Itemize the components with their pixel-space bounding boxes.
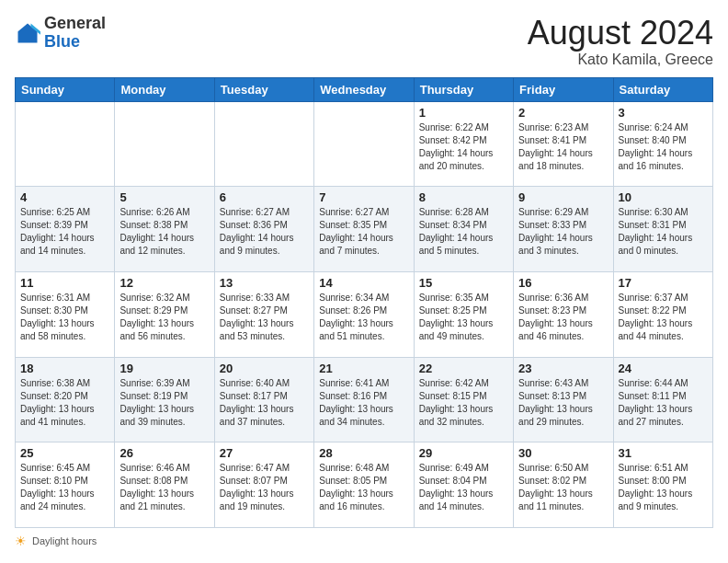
week-row-5: 25Sunrise: 6:45 AM Sunset: 8:10 PM Dayli… xyxy=(16,442,713,528)
day-info: Sunrise: 6:41 AM Sunset: 8:16 PM Dayligh… xyxy=(319,377,408,429)
day-info: Sunrise: 6:25 AM Sunset: 8:39 PM Dayligh… xyxy=(20,206,109,258)
week-row-1: 1Sunrise: 6:22 AM Sunset: 8:42 PM Daylig… xyxy=(16,101,713,187)
calendar-cell: 22Sunrise: 6:42 AM Sunset: 8:15 PM Dayli… xyxy=(414,357,513,442)
calendar-table: SundayMondayTuesdayWednesdayThursdayFrid… xyxy=(15,77,713,528)
calendar-cell xyxy=(115,101,214,187)
calendar-cell: 15Sunrise: 6:35 AM Sunset: 8:25 PM Dayli… xyxy=(414,271,513,357)
day-info: Sunrise: 6:23 AM Sunset: 8:41 PM Dayligh… xyxy=(518,121,608,173)
day-info: Sunrise: 6:28 AM Sunset: 8:34 PM Dayligh… xyxy=(419,206,508,258)
weekday-header-saturday: Saturday xyxy=(613,77,712,101)
day-number: 5 xyxy=(119,190,209,204)
day-info: Sunrise: 6:49 AM Sunset: 8:04 PM Dayligh… xyxy=(419,462,508,513)
day-number: 9 xyxy=(518,190,608,204)
weekday-header-tuesday: Tuesday xyxy=(214,77,313,101)
svg-marker-0 xyxy=(18,23,38,42)
calendar-cell: 11Sunrise: 6:31 AM Sunset: 8:30 PM Dayli… xyxy=(16,271,115,357)
day-number: 22 xyxy=(419,362,508,375)
day-number: 15 xyxy=(419,276,508,290)
calendar-cell xyxy=(314,101,414,187)
day-info: Sunrise: 6:47 AM Sunset: 8:07 PM Dayligh… xyxy=(220,462,309,513)
calendar-cell: 29Sunrise: 6:49 AM Sunset: 8:04 PM Dayli… xyxy=(414,442,513,528)
calendar-cell: 24Sunrise: 6:44 AM Sunset: 8:11 PM Dayli… xyxy=(613,357,712,442)
week-row-2: 4Sunrise: 6:25 AM Sunset: 8:39 PM Daylig… xyxy=(16,187,713,272)
day-number: 13 xyxy=(220,276,309,290)
day-number: 6 xyxy=(220,190,309,204)
day-info: Sunrise: 6:37 AM Sunset: 8:22 PM Dayligh… xyxy=(619,292,708,343)
day-number: 31 xyxy=(619,446,708,460)
header: General Blue August 2024 Kato Kamila, Gr… xyxy=(15,15,713,68)
day-number: 29 xyxy=(419,446,508,460)
day-info: Sunrise: 6:51 AM Sunset: 8:00 PM Dayligh… xyxy=(619,462,708,513)
day-number: 16 xyxy=(518,276,608,290)
day-info: Sunrise: 6:45 AM Sunset: 8:10 PM Dayligh… xyxy=(20,462,109,513)
calendar-cell xyxy=(16,101,115,187)
day-info: Sunrise: 6:26 AM Sunset: 8:38 PM Dayligh… xyxy=(119,206,209,258)
day-info: Sunrise: 6:35 AM Sunset: 8:25 PM Dayligh… xyxy=(419,292,508,343)
calendar-cell: 1Sunrise: 6:22 AM Sunset: 8:42 PM Daylig… xyxy=(414,101,513,187)
calendar-cell: 23Sunrise: 6:43 AM Sunset: 8:13 PM Dayli… xyxy=(514,357,613,442)
day-number: 14 xyxy=(319,276,408,290)
day-info: Sunrise: 6:40 AM Sunset: 8:17 PM Dayligh… xyxy=(220,377,309,429)
page: General Blue August 2024 Kato Kamila, Gr… xyxy=(0,0,728,563)
calendar-cell: 28Sunrise: 6:48 AM Sunset: 8:05 PM Dayli… xyxy=(314,442,414,528)
sun-icon: ☀ xyxy=(15,534,27,548)
day-number: 30 xyxy=(518,446,608,460)
day-number: 19 xyxy=(119,362,209,375)
weekday-header-monday: Monday xyxy=(115,77,214,101)
day-info: Sunrise: 6:27 AM Sunset: 8:35 PM Dayligh… xyxy=(319,206,408,258)
calendar-cell xyxy=(214,101,313,187)
day-info: Sunrise: 6:36 AM Sunset: 8:23 PM Dayligh… xyxy=(518,292,608,343)
calendar-cell: 25Sunrise: 6:45 AM Sunset: 8:10 PM Dayli… xyxy=(16,442,115,528)
calendar-cell: 5Sunrise: 6:26 AM Sunset: 8:38 PM Daylig… xyxy=(115,187,214,272)
weekday-header-sunday: Sunday xyxy=(16,77,115,101)
calendar-cell: 10Sunrise: 6:30 AM Sunset: 8:31 PM Dayli… xyxy=(613,187,712,272)
calendar-cell: 6Sunrise: 6:27 AM Sunset: 8:36 PM Daylig… xyxy=(214,187,313,272)
calendar-title: August 2024 xyxy=(528,15,713,52)
logo-text: General Blue xyxy=(44,15,106,52)
day-info: Sunrise: 6:38 AM Sunset: 8:20 PM Dayligh… xyxy=(20,377,109,429)
day-info: Sunrise: 6:27 AM Sunset: 8:36 PM Dayligh… xyxy=(220,206,309,258)
weekday-header-friday: Friday xyxy=(514,77,613,101)
calendar-cell: 8Sunrise: 6:28 AM Sunset: 8:34 PM Daylig… xyxy=(414,187,513,272)
calendar-cell: 9Sunrise: 6:29 AM Sunset: 8:33 PM Daylig… xyxy=(514,187,613,272)
weekday-header-wednesday: Wednesday xyxy=(314,77,414,101)
calendar-cell: 3Sunrise: 6:24 AM Sunset: 8:40 PM Daylig… xyxy=(613,101,712,187)
calendar-cell: 12Sunrise: 6:32 AM Sunset: 8:29 PM Dayli… xyxy=(115,271,214,357)
day-number: 20 xyxy=(220,362,309,375)
calendar-cell: 27Sunrise: 6:47 AM Sunset: 8:07 PM Dayli… xyxy=(214,442,313,528)
logo-icon xyxy=(15,20,40,46)
day-info: Sunrise: 6:31 AM Sunset: 8:30 PM Dayligh… xyxy=(20,292,109,343)
day-number: 4 xyxy=(20,190,109,204)
day-number: 2 xyxy=(518,106,608,120)
day-number: 11 xyxy=(20,276,109,290)
day-number: 1 xyxy=(419,106,508,120)
title-area: August 2024 Kato Kamila, Greece xyxy=(528,15,713,68)
day-number: 27 xyxy=(220,446,309,460)
day-number: 17 xyxy=(619,276,708,290)
day-info: Sunrise: 6:48 AM Sunset: 8:05 PM Dayligh… xyxy=(319,462,408,513)
day-number: 10 xyxy=(619,190,708,204)
weekday-header-row: SundayMondayTuesdayWednesdayThursdayFrid… xyxy=(16,77,713,101)
day-number: 8 xyxy=(419,190,508,204)
footer-note: ☀ Daylight hours xyxy=(15,534,713,548)
day-number: 25 xyxy=(20,446,109,460)
calendar-cell: 7Sunrise: 6:27 AM Sunset: 8:35 PM Daylig… xyxy=(314,187,414,272)
weekday-header-thursday: Thursday xyxy=(414,77,513,101)
calendar-cell: 13Sunrise: 6:33 AM Sunset: 8:27 PM Dayli… xyxy=(214,271,313,357)
calendar-cell: 18Sunrise: 6:38 AM Sunset: 8:20 PM Dayli… xyxy=(16,357,115,442)
day-info: Sunrise: 6:32 AM Sunset: 8:29 PM Dayligh… xyxy=(119,292,209,343)
day-number: 7 xyxy=(319,190,408,204)
day-number: 12 xyxy=(119,276,209,290)
day-info: Sunrise: 6:44 AM Sunset: 8:11 PM Dayligh… xyxy=(619,377,708,429)
calendar-subtitle: Kato Kamila, Greece xyxy=(528,52,713,68)
calendar-cell: 21Sunrise: 6:41 AM Sunset: 8:16 PM Dayli… xyxy=(314,357,414,442)
day-info: Sunrise: 6:29 AM Sunset: 8:33 PM Dayligh… xyxy=(518,206,608,258)
calendar-cell: 14Sunrise: 6:34 AM Sunset: 8:26 PM Dayli… xyxy=(314,271,414,357)
day-info: Sunrise: 6:50 AM Sunset: 8:02 PM Dayligh… xyxy=(518,462,608,513)
day-info: Sunrise: 6:42 AM Sunset: 8:15 PM Dayligh… xyxy=(419,377,508,429)
logo-general: General xyxy=(44,14,106,32)
day-number: 23 xyxy=(518,362,608,375)
day-number: 28 xyxy=(319,446,408,460)
day-info: Sunrise: 6:22 AM Sunset: 8:42 PM Dayligh… xyxy=(419,121,508,173)
calendar-cell: 17Sunrise: 6:37 AM Sunset: 8:22 PM Dayli… xyxy=(613,271,712,357)
